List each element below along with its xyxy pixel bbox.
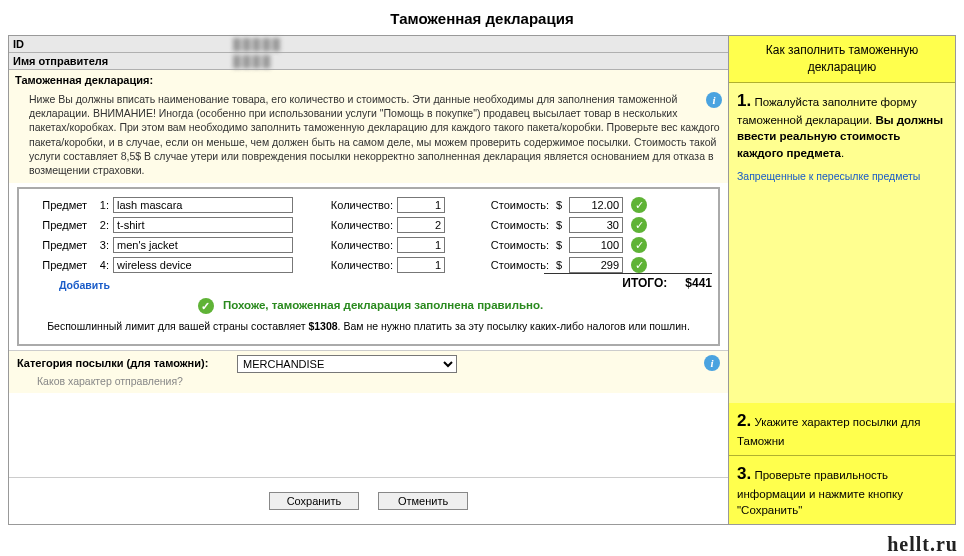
page-title: Таможенная декларация [0,0,964,35]
category-block: Категория посылки (для таможни): MERCHAN… [9,350,728,393]
dollar-sign: $ [553,239,565,251]
category-hint: Каков характер отправления? [17,373,720,389]
cost-input[interactable] [569,237,623,253]
info-icon[interactable]: i [704,355,720,371]
category-label: Категория посылки (для таможни): [17,355,237,369]
item-number: 1: [91,199,109,211]
item-name-input[interactable] [113,217,293,233]
id-label: ID [13,38,233,50]
main-container: ID █████ Имя отправителя ████ Таможенная… [8,35,956,525]
dollar-sign: $ [553,199,565,211]
declaration-info-text: Ниже Вы должны вписать наименование това… [9,88,728,183]
limit-amount: $1308 [308,320,337,332]
declaration-section-title: Таможенная декларация: [9,70,728,88]
item-label: Предмет [25,239,87,251]
item-name-input[interactable] [113,237,293,253]
buttons-row: Сохранить Отменить [9,477,728,524]
info-icon[interactable]: i [706,92,722,108]
cost-label: Стоимость: [459,219,549,231]
item-label: Предмет [25,219,87,231]
step-2-box: 2. Укажите характер посылки для Таможни [729,403,955,456]
save-button[interactable]: Сохранить [269,492,359,510]
item-name-input[interactable] [113,197,293,213]
limit-message: Беспошлинный лимит для вашей страны сост… [25,320,712,336]
check-icon: ✓ [631,257,647,273]
check-icon: ✓ [631,237,647,253]
qty-label: Количество: [303,199,393,211]
step-2-text: Укажите характер посылки для Таможни [737,416,920,447]
watermark: hellt.ru [887,533,958,556]
limit-text-1: Беспошлинный лимит для вашей страны сост… [47,320,308,332]
id-row: ID █████ [9,36,728,53]
step-1-box: 1. Пожалуйста заполните форму таможенной… [729,83,955,190]
cost-label: Стоимость: [459,259,549,271]
item-row: Предмет 4: Количество: Стоимость: $ ✓ [25,255,712,275]
step-3-number: 3. [737,464,751,483]
id-value: █████ [233,38,282,50]
cancel-button[interactable]: Отменить [378,492,468,510]
item-number: 3: [91,239,109,251]
sidebar-header: Как заполнить таможенную декларацию [729,36,955,83]
validation-message: ✓ Похоже, таможенная декларация заполнен… [25,290,712,320]
step-3-box: 3. Проверьте правильность информации и н… [729,456,955,524]
qty-input[interactable] [397,257,445,273]
qty-input[interactable] [397,197,445,213]
check-icon: ✓ [198,298,214,314]
cost-input[interactable] [569,197,623,213]
item-row: Предмет 2: Количество: Стоимость: $ ✓ [25,215,712,235]
dollar-sign: $ [553,259,565,271]
step-1-number: 1. [737,91,751,110]
declaration-items-box: Предмет 1: Количество: Стоимость: $ ✓ Пр… [17,187,720,346]
total-row: ИТОГО: $441 [544,273,712,290]
step-2-number: 2. [737,411,751,430]
item-row: Предмет 3: Количество: Стоимость: $ ✓ [25,235,712,255]
check-icon: ✓ [631,197,647,213]
cost-input[interactable] [569,257,623,273]
step-1-body-filler [729,189,955,403]
step-1-period: . [841,147,844,159]
sender-label: Имя отправителя [13,55,233,67]
limit-text-2: . Вам не нужно платить за эту посылку ка… [338,320,690,332]
right-column: Как заполнить таможенную декларацию 1. П… [729,36,955,524]
check-icon: ✓ [631,217,647,233]
cost-label: Стоимость: [459,199,549,211]
qty-label: Количество: [303,259,393,271]
cost-label: Стоимость: [459,239,549,251]
item-label: Предмет [25,259,87,271]
sender-row: Имя отправителя ████ [9,53,728,70]
dollar-sign: $ [553,219,565,231]
item-name-input[interactable] [113,257,293,273]
validation-text: Похоже, таможенная декларация заполнена … [223,299,543,311]
forbidden-items-link[interactable]: Запрещенные к пересылке предметы [737,169,947,184]
step-3-text: Проверьте правильность информации и нажм… [737,469,903,516]
category-select[interactable]: MERCHANDISE [237,355,457,373]
item-number: 4: [91,259,109,271]
item-row: Предмет 1: Количество: Стоимость: $ ✓ [25,195,712,215]
declaration-info-content: Ниже Вы должны вписать наименование това… [29,93,720,176]
total-label: ИТОГО: [622,276,667,290]
total-value: $441 [685,276,712,290]
item-label: Предмет [25,199,87,211]
left-column: ID █████ Имя отправителя ████ Таможенная… [9,36,729,524]
qty-input[interactable] [397,217,445,233]
sender-value: ████ [233,55,272,67]
qty-input[interactable] [397,237,445,253]
cost-input[interactable] [569,217,623,233]
qty-label: Количество: [303,219,393,231]
item-number: 2: [91,219,109,231]
qty-label: Количество: [303,239,393,251]
add-item-link[interactable]: Добавить [59,275,110,295]
